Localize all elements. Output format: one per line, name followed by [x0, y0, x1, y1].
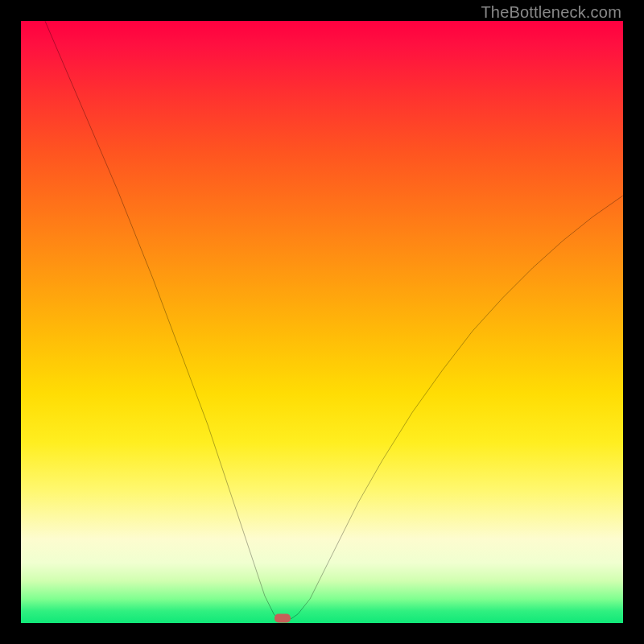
bottleneck-curve	[21, 21, 623, 623]
plot-area	[21, 21, 623, 623]
curve-path	[45, 21, 623, 620]
min-marker	[275, 614, 291, 623]
watermark-text: TheBottleneck.com	[481, 3, 621, 22]
chart-frame: TheBottleneck.com	[0, 0, 644, 644]
